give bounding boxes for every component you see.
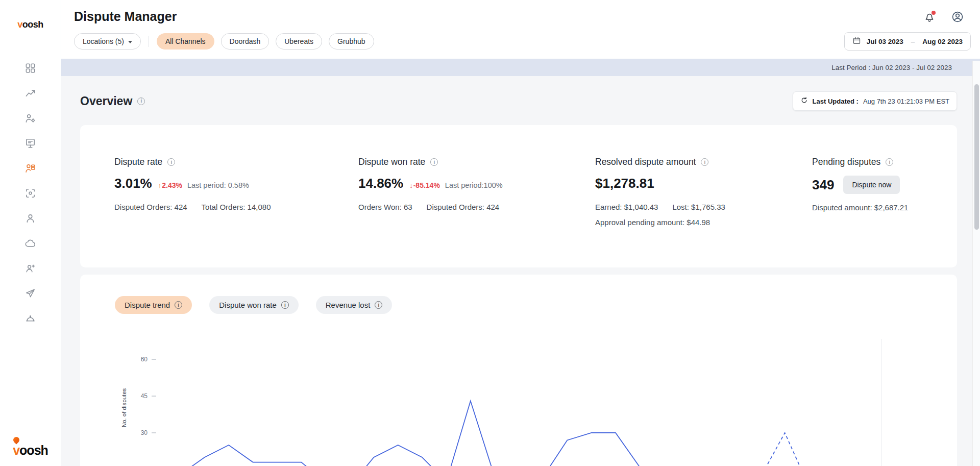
voosh-logo-v: v (17, 19, 22, 30)
metric-dispute-rate: Dispute rate 3.01% ↑2.43% Last period: 0… (114, 157, 358, 267)
metric-value: 349 (812, 177, 834, 193)
metric-delta: ↓-85.14% (409, 181, 440, 189)
sidebar-item-payments[interactable] (0, 181, 61, 206)
rocket-icon (24, 287, 36, 299)
metrics-card: Dispute rate 3.01% ↑2.43% Last period: 0… (80, 125, 957, 267)
sidebar-item-dashboard[interactable] (0, 56, 61, 81)
sidebar-item-add-team[interactable] (0, 256, 61, 281)
chevron-down-icon (128, 41, 132, 43)
dispute-now-button[interactable]: Dispute now (843, 176, 900, 194)
channel-chip-doordash[interactable]: Doordash (221, 33, 270, 50)
page-title: Dispute Manager (74, 9, 971, 24)
metric-resolved-dispute-amount: Resolved dispute amount $1,278.81 Earned… (595, 157, 812, 267)
metric-value: $1,278.81 (595, 176, 654, 191)
account-button[interactable] (950, 10, 965, 24)
last-updated-value: Aug 7th 23 01:21:03 PM EST (863, 97, 949, 105)
filter-divider (149, 36, 149, 47)
overview-title: Overview (80, 94, 132, 108)
info-icon[interactable] (175, 301, 182, 309)
avatar-icon (951, 17, 964, 25)
metric-delta: ↑2.43% (158, 181, 182, 189)
arrow-down-icon: ↓ (409, 182, 413, 189)
sidebar: vvooshoosh voosh (0, 0, 61, 466)
metric-detail: Orders Won: 63 (358, 203, 412, 211)
date-range-picker[interactable]: Jul 03 2023 – Aug 02 2023 (844, 32, 971, 51)
tab-dispute-won-rate[interactable]: Dispute won rate (209, 296, 299, 314)
info-icon[interactable] (375, 301, 382, 309)
metric-detail: Disputed Orders: 424 (427, 203, 500, 211)
chart-card: Dispute trend Dispute won rate Revenue l… (80, 275, 957, 466)
info-icon[interactable] (701, 158, 708, 166)
top-header: Dispute Manager (61, 0, 980, 59)
tab-revenue-lost[interactable]: Revenue lost (316, 296, 393, 314)
sidebar-nav (0, 56, 61, 331)
filter-row: Locations (5) All Channels Doordash Uber… (74, 32, 971, 51)
svg-text:30: 30 (141, 429, 148, 436)
sidebar-item-cloud[interactable] (0, 231, 61, 256)
sidebar-item-menu-board[interactable] (0, 131, 61, 156)
channel-chip-ubereats[interactable]: Ubereats (276, 33, 322, 50)
menu-board-icon (24, 137, 36, 149)
svg-text:45: 45 (141, 393, 148, 400)
locations-dropdown[interactable]: Locations (5) (74, 33, 141, 50)
dashboard-icon (24, 62, 36, 74)
info-icon[interactable] (430, 158, 438, 166)
metric-detail: Disputed Orders: 424 (114, 203, 187, 211)
last-updated-label: Last Updated : (813, 97, 859, 105)
scrollbar-track[interactable] (972, 61, 980, 466)
voosh-logo-bottom: voosh (13, 438, 48, 458)
sidebar-item-profile[interactable] (0, 206, 61, 231)
voosh-logo-top: vvooshoosh (17, 19, 43, 30)
refresh-icon (800, 96, 808, 106)
metric-detail: Total Orders: 14,080 (202, 203, 271, 211)
info-icon[interactable] (886, 158, 893, 166)
metric-detail: Approval pending amount: $44.98 (595, 218, 710, 227)
arrow-up-icon: ↑ (158, 182, 162, 189)
svg-text:No. of disputes: No. of disputes (121, 388, 127, 427)
last-period-strip: Last Period : Jun 02 2023 - Jul 02 2023 (61, 59, 980, 76)
sidebar-item-user-settings[interactable] (0, 106, 61, 131)
date-separator: – (909, 38, 917, 45)
metric-title: Resolved dispute amount (595, 157, 696, 167)
channel-chip-all-channels[interactable]: All Channels (157, 33, 214, 50)
info-icon[interactable] (281, 301, 289, 309)
metric-title: Dispute rate (114, 157, 162, 167)
sidebar-item-analytics[interactable] (0, 81, 61, 106)
sidebar-item-cloche[interactable] (0, 306, 61, 331)
metric-detail: Earned: $1,040.43 (595, 203, 658, 211)
metric-value: 14.86% (358, 176, 403, 191)
main-area: Dispute Manager (61, 0, 980, 466)
info-icon[interactable] (137, 97, 145, 105)
payments-icon (24, 187, 36, 199)
info-icon[interactable] (167, 158, 175, 166)
channel-chip-grubhub[interactable]: Grubhub (329, 33, 374, 50)
last-updated-pill: Last Updated : Aug 7th 23 01:21:03 PM ES… (793, 91, 957, 111)
last-period-text: Last Period : Jun 02 2023 - Jul 02 2023 (831, 64, 952, 71)
metric-detail: Lost: $1,765.33 (672, 203, 725, 211)
dispute-manager-icon (24, 162, 36, 174)
analytics-icon (24, 87, 36, 99)
metric-title: Dispute won rate (358, 157, 425, 167)
notifications-button[interactable] (922, 10, 937, 24)
metric-last-period: Last period:100% (445, 181, 503, 189)
metric-value: 3.01% (114, 176, 152, 191)
calendar-icon (852, 36, 861, 46)
chart-area: 604530No. of disputes (80, 324, 957, 466)
content-area: Overview Last Updated : Aug 7th 23 01:21… (61, 76, 980, 466)
sidebar-item-dispute-manager[interactable] (0, 156, 61, 181)
chart-tabs: Dispute trend Dispute won rate Revenue l… (115, 296, 957, 314)
locations-label: Locations (5) (83, 37, 124, 45)
tab-dispute-trend[interactable]: Dispute trend (115, 296, 192, 314)
svg-text:60: 60 (141, 356, 148, 363)
profile-icon (24, 212, 36, 224)
date-start: Jul 03 2023 (867, 38, 903, 45)
dispute-trend-chart: 604530No. of disputes (80, 324, 957, 466)
metric-dispute-won-rate: Dispute won rate 14.86% ↓-85.14% Last pe… (358, 157, 595, 267)
bell-icon (923, 17, 936, 25)
user-settings-icon (24, 112, 36, 124)
cloud-icon (24, 237, 36, 249)
metric-detail: Disputed amount: $2,687.21 (812, 203, 908, 212)
sidebar-item-rocket[interactable] (0, 281, 61, 306)
scrollbar-thumb[interactable] (974, 84, 979, 230)
add-team-icon (24, 262, 36, 274)
